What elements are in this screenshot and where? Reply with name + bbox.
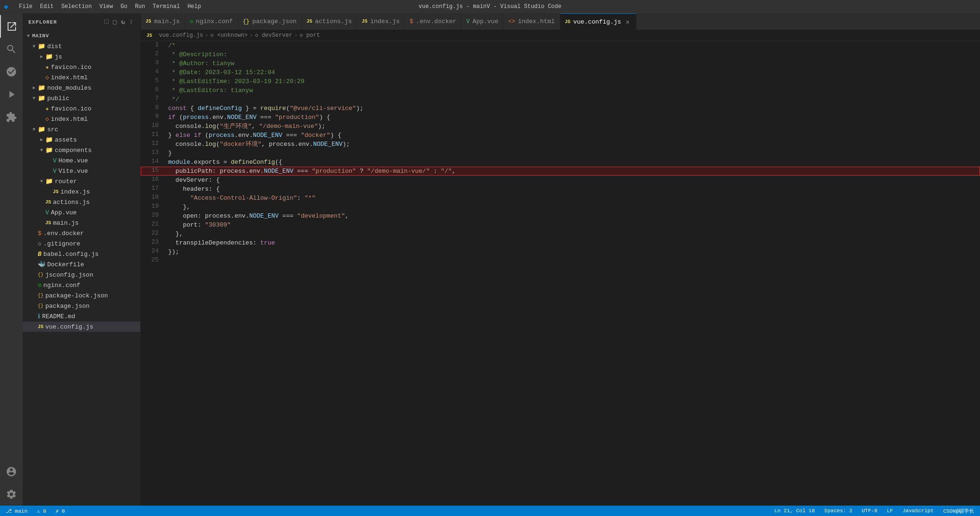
tab-mainjs[interactable]: JS main.js: [141, 13, 185, 30]
status-spaces[interactable]: Spaces: 2: [822, 508, 854, 514]
tree-label: actions.js: [53, 199, 90, 206]
code-line: 20 open: process.env.NODE_ENV === "devel…: [141, 211, 980, 220]
line-content: */: [164, 95, 980, 104]
menu-help[interactable]: Help: [184, 3, 205, 10]
menu-edit[interactable]: Edit: [36, 3, 58, 10]
tree-file-packagelock[interactable]: ► {} package-lock.json: [23, 290, 140, 301]
activity-extensions[interactable]: [0, 106, 23, 128]
line-content: * @LastEditTime: 2023-03-19 21:20:29: [164, 77, 980, 86]
line-number: 10: [141, 122, 164, 129]
sidebar: EXPLORER □ ▢ ↻ ↕ ▼ MAINV ▼ 📁 dist ► 📁 js…: [23, 13, 141, 506]
menu-bar[interactable]: File Edit Selection View Go Run Terminal…: [15, 3, 205, 10]
folder-icon: 📁: [38, 84, 45, 92]
menu-run[interactable]: Run: [131, 3, 149, 10]
tree-file-readme[interactable]: ► ℹ README.md: [23, 311, 140, 321]
tree-folder-src[interactable]: ▼ 📁 src: [23, 124, 140, 135]
tree-folder-assets[interactable]: ► 📁 assets: [23, 135, 140, 145]
line-content: publicPath: process.env.NODE_ENV === "pr…: [164, 167, 980, 176]
editor-area: JS main.js ⚙ nginx.conf {} package.json …: [141, 13, 980, 506]
tree-file-indexhtml-pub[interactable]: ► ◇ index.html: [23, 114, 140, 124]
activity-git[interactable]: [0, 60, 23, 83]
tree-folder-js[interactable]: ► 📁 js: [23, 51, 140, 62]
tab-appvue[interactable]: V App.vue: [461, 13, 503, 30]
tab-packagejson[interactable]: {} package.json: [238, 13, 302, 30]
line-content: transpileDependencies: true: [164, 238, 980, 247]
code-line: 17 headers: {: [141, 185, 980, 194]
tree-folder-router[interactable]: ▼ 📁 router: [23, 176, 140, 186]
refresh-icon[interactable]: ↻: [120, 17, 126, 27]
tab-indexhtml[interactable]: <> index.html: [503, 13, 560, 30]
breadcrumb-item[interactable]: ◇ devServer: [255, 32, 292, 39]
tab-vueconfigjs[interactable]: JS vue.config.js ✕: [560, 13, 637, 30]
line-content: });: [164, 247, 980, 256]
collapse-all-icon[interactable]: ↕: [128, 17, 135, 27]
new-file-icon[interactable]: □: [103, 17, 110, 27]
menu-selection[interactable]: Selection: [58, 3, 96, 10]
activity-settings[interactable]: [0, 483, 23, 506]
line-content: * @LastEditors: tianyw: [164, 86, 980, 95]
tree-file-favicon-pub[interactable]: ► ★ favicon.ico: [23, 103, 140, 114]
new-folder-icon[interactable]: ▢: [112, 17, 118, 27]
tree-file-favicon-dist[interactable]: ► ★ favicon.ico: [23, 62, 140, 72]
tab-label: index.js: [370, 18, 400, 25]
tree-file-mainjs[interactable]: ► JS main.js: [23, 218, 140, 228]
tab-actionsjs[interactable]: JS actions.js: [302, 13, 357, 30]
status-eol[interactable]: LF: [885, 508, 895, 514]
tree-label: index.js: [60, 188, 90, 195]
menu-terminal[interactable]: Terminal: [149, 3, 184, 10]
tree-file-babelconfig[interactable]: ► B babel.config.js: [23, 249, 140, 259]
tree-file-vueconfig[interactable]: ► JS vue.config.js: [23, 321, 140, 332]
vscode-logo: ◆: [4, 2, 9, 11]
tree-file-jsconfig[interactable]: ► {} jsconfig.json: [23, 270, 140, 280]
tree-file-homevue[interactable]: ► V Home.vue: [23, 155, 140, 166]
menu-view[interactable]: View: [95, 3, 117, 10]
tree-file-router-indexjs[interactable]: ► JS index.js: [23, 186, 140, 197]
sidebar-root[interactable]: ▼ MAINV: [23, 31, 140, 41]
tree-folder-dist[interactable]: ▼ 📁 dist: [23, 41, 140, 51]
status-language[interactable]: JavaScript: [901, 508, 936, 514]
status-encoding[interactable]: UTF-8: [860, 508, 879, 514]
tree-folder-nodemodules[interactable]: ► 📁 node_modules: [23, 83, 140, 93]
tree-file-actionsjs[interactable]: ► JS actions.js: [23, 197, 140, 207]
tabs-bar: JS main.js ⚙ nginx.conf {} package.json …: [141, 13, 980, 30]
tab-close-icon[interactable]: ✕: [624, 18, 631, 25]
tree-file-nginxconf[interactable]: ► ⚙ nginx.conf: [23, 280, 140, 290]
activity-search[interactable]: [0, 38, 23, 60]
line-number: 13: [141, 149, 164, 156]
status-branch[interactable]: ⎇ main: [4, 508, 29, 514]
tree-file-packagejson[interactable]: ► {} package.json: [23, 301, 140, 311]
breadcrumb-item[interactable]: ◇ <unknown>: [210, 32, 247, 39]
status-ln-col[interactable]: Ln 21, Col 18: [773, 508, 817, 514]
line-number: 21: [141, 220, 164, 228]
tree-file-dockerfile[interactable]: ► 🐳 Dockerfile: [23, 259, 140, 270]
folder-icon: 📁: [45, 136, 53, 144]
code-line: 8const { defineConfig } = require("@vue/…: [141, 104, 980, 113]
tree-file-vitevue[interactable]: ► V Vite.vue: [23, 166, 140, 176]
tab-nginxconf[interactable]: ⚙ nginx.conf: [185, 13, 238, 30]
activity-account[interactable]: [0, 460, 23, 483]
code-editor[interactable]: 1/*2 * @Description: 3 * @Author: tianyw…: [141, 41, 980, 506]
breadcrumb-item[interactable]: ◇ port: [299, 32, 320, 39]
tab-indexjs[interactable]: JS index.js: [357, 13, 405, 30]
tree-label: index.html: [51, 116, 88, 123]
status-errors[interactable]: ⚠ 0 ✗ 0: [35, 508, 67, 514]
json-icon: {}: [38, 304, 43, 309]
tree-folder-public[interactable]: ▼ 📁 public: [23, 93, 140, 103]
tree-file-envdocker[interactable]: ► $ .env.docker: [23, 228, 140, 238]
tab-envdocker[interactable]: $ .env.docker: [405, 13, 461, 30]
tree-file-gitignore[interactable]: ► ◇ .gitignore: [23, 238, 140, 249]
folder-icon: 📁: [45, 53, 53, 60]
line-number: 18: [141, 194, 164, 201]
activity-run[interactable]: [0, 83, 23, 106]
activity-explorer[interactable]: [0, 15, 23, 38]
menu-go[interactable]: Go: [117, 3, 131, 10]
tree-label: js: [55, 53, 62, 60]
tree-file-appvue[interactable]: ► V App.vue: [23, 207, 140, 218]
sidebar-actions[interactable]: □ ▢ ↻ ↕: [103, 17, 135, 27]
menu-file[interactable]: File: [15, 3, 36, 10]
code-line: 12 console.log("docker环境", process.env.N…: [141, 140, 980, 149]
tree-folder-components[interactable]: ▼ 📁 components: [23, 145, 140, 155]
tree-label: main.js: [53, 220, 79, 227]
breadcrumb-item[interactable]: JS vue.config.js: [146, 32, 203, 39]
tree-file-indexhtml-dist[interactable]: ► ◇ index.html: [23, 72, 140, 83]
